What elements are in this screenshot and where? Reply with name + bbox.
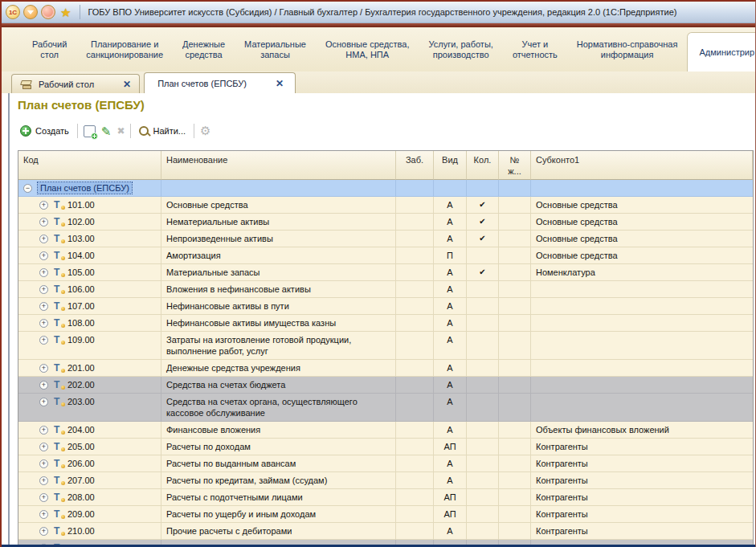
account-type: А [434,231,467,247]
section-tab[interactable]: Нормативно-справочная информация [567,27,688,71]
expand-icon[interactable]: + [39,251,48,260]
account-icon: Т [54,267,62,278]
table-row[interactable]: + Т 104.00 Амортизация П Основные средст… [18,247,753,264]
column-header[interactable]: Вид [434,151,467,180]
table-row[interactable]: + Т 204.00 Финансовые вложения А Объекты… [18,422,753,439]
section-tab[interactable]: Учет и отчетность [503,27,567,71]
delete-button[interactable]: ✖ [116,125,125,137]
table-row-root[interactable]: − План счетов (ЕПСБУ) [18,180,753,197]
tab-desktop[interactable]: Рабочий стол ✕ [11,74,140,93]
subconto1 [531,298,753,315]
expand-icon[interactable]: + [39,426,48,435]
create-button[interactable]: Создать [18,124,72,138]
accounts-table: КодНаименованиеЗаб.ВидКол.№ ж...Субконто… [18,150,754,545]
find-button[interactable]: Найти... [137,125,188,137]
account-type: АП [434,439,467,455]
column-header[interactable]: Субконто1 [531,151,753,180]
section-tab[interactable]: Основные средства, НМА, НПА [316,27,419,71]
tab-label: План счетов (ЕПСБУ) [157,79,247,88]
main-menu-button[interactable]: 1С [6,5,20,19]
expand-icon[interactable]: + [39,218,48,227]
create-group-button[interactable] [84,125,96,137]
favorites-star-icon[interactable]: ★ [60,6,71,18]
expand-icon[interactable]: + [39,476,48,485]
offbalance-cell [396,360,434,377]
account-code: 208.00 [67,492,95,503]
table-row[interactable]: + Т 103.00 Непроизведенные активы А ✔ Ос… [18,231,753,247]
table-row[interactable]: + Т 106.00 Вложения в нефинансовые актив… [18,281,753,298]
column-header[interactable]: № ж... [499,151,531,180]
account-icon: Т [54,492,62,503]
subconto1: Основные средства [531,197,753,214]
table-row[interactable]: + Т 101.00 Основные средства А ✔ Основны… [18,197,753,214]
wrench-icon[interactable]: ⚙ [200,124,210,138]
section-tab[interactable]: Планирование и санкционирование [76,27,173,71]
1c-logo-icon: 1С [9,9,17,16]
quantity-flag [467,422,499,439]
section-tab[interactable]: Рабочий стол [22,27,76,71]
column-header[interactable]: Заб. [396,151,434,180]
account-type: А [434,315,467,332]
journal-cell [499,281,531,298]
expand-icon[interactable]: + [39,336,48,345]
section-tab[interactable]: Денежные средства [173,27,235,71]
expand-icon[interactable]: + [39,398,48,406]
table-row[interactable]: + Т 206.00 Расчеты по выданным авансам А… [18,455,753,472]
toolbar-divider [130,124,131,138]
table-row[interactable]: + Т 102.00 Нематериальные активы А ✔ Осн… [18,214,753,231]
find-button-label: Найти... [153,126,186,136]
offbalance-cell [396,264,434,281]
table-row[interactable]: + Т 109.00 Затраты на изготовление готов… [18,332,753,360]
account-icon: Т [54,362,62,374]
quantity-flag [467,360,499,377]
table-row[interactable]: + Т 205.00 Расчеты по доходам АП Контраг… [18,439,753,455]
expand-icon[interactable]: + [39,302,48,311]
expand-icon[interactable]: + [39,443,48,451]
expand-icon[interactable]: + [39,493,48,502]
expand-icon[interactable]: + [39,201,48,210]
subconto1 [531,281,753,298]
column-header[interactable]: Наименование [161,151,396,180]
offbalance-cell [396,281,434,298]
column-header[interactable]: Кол. [467,151,499,180]
section-tab[interactable]: Материальные запасы [235,27,316,71]
account-name: Нематериальные активы [161,214,396,231]
system-menu-button[interactable] [23,5,38,19]
table-row[interactable]: + Т 209.00 Расчеты по ущербу и иным дохо… [18,506,753,523]
chevron-down-icon [27,10,34,14]
offbalance-cell [396,506,434,523]
window-title: ГОБУ ВПО Университет искусств (Субсидия)… [88,7,676,17]
quantity-flag [467,281,499,298]
account-type: А [434,264,467,281]
edit-button[interactable]: ✎ [101,125,112,137]
expand-icon[interactable]: + [39,235,48,243]
subconto1: Номенклатура [531,264,753,281]
expand-icon[interactable]: + [39,527,48,536]
table-row[interactable]: + Т 208.00 Расчеты с подотчетными лицами… [18,489,753,506]
table-row[interactable]: + Т 201.00 Денежные средства учреждения … [18,360,753,377]
table-row[interactable]: + Т 105.00 Материальные запасы А ✔ Номен… [18,264,753,281]
account-icon: Т [54,250,62,261]
expand-icon[interactable]: + [39,459,48,468]
section-tab[interactable]: Администрир [687,32,755,71]
section-tab[interactable]: Услуги, работы, производство [419,27,503,71]
table-row[interactable]: + Т 203.00 Средства на счетах органа, ос… [18,394,753,422]
expand-icon[interactable]: + [39,268,48,277]
expand-icon[interactable]: + [39,364,48,373]
table-row[interactable]: + Т 202.00 Средства на счетах бюджета А [18,377,753,394]
collapse-icon[interactable]: − [23,184,32,193]
table-row[interactable]: + Т 210.00 Прочие расчеты с дебиторами А… [18,523,753,540]
expand-icon[interactable]: + [39,319,48,328]
history-button[interactable] [41,5,55,19]
expand-icon[interactable]: + [39,510,48,519]
expand-icon[interactable]: + [39,285,48,294]
close-icon[interactable]: ✕ [123,80,131,89]
column-header[interactable]: Код [18,151,161,180]
table-row[interactable]: + Т 107.00 Нефинансовые активы в пути А [18,298,753,315]
table-row[interactable]: + Т 108.00 Нефинансовые активы имущества… [18,315,753,332]
expand-icon[interactable]: + [39,381,48,390]
tab-chart-of-accounts[interactable]: План счетов (ЕПСБУ) ✕ [144,72,296,93]
account-name: Непроизведенные активы [161,231,396,247]
close-icon[interactable]: ✕ [276,79,284,88]
table-row[interactable]: + Т 207.00 Расчеты по кредитам, займам (… [18,472,753,489]
